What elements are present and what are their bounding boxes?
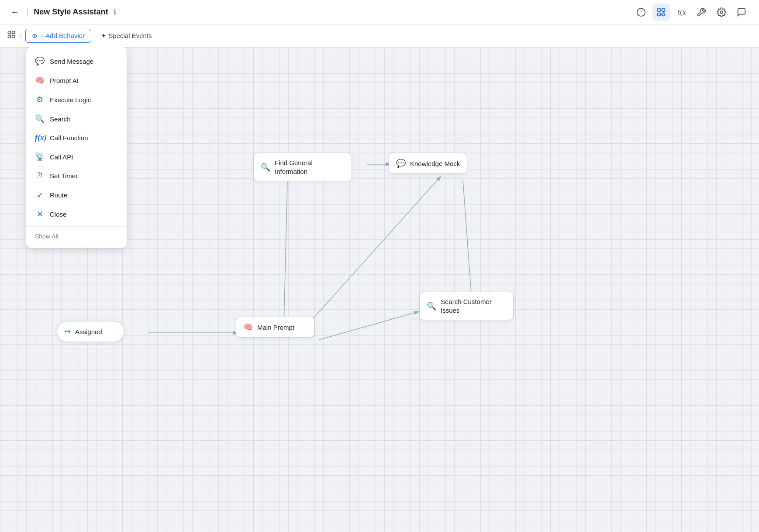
toolbar-separator: ›	[19, 31, 22, 40]
svg-rect-14	[12, 35, 15, 38]
toolbar: › ⊕ + Add Behavior ✦ Special Events	[0, 24, 759, 47]
behavior-dropdown-menu: 💬 Send Message 🧠 Prompt AI ⚙ Execute Log…	[26, 47, 127, 248]
menu-item-route[interactable]: ↙ Route	[26, 185, 127, 204]
svg-rect-4	[662, 8, 665, 11]
special-events-button[interactable]: ✦ Special Events	[95, 29, 158, 42]
main-prompt-node[interactable]: 🧠 Main Prompt	[236, 317, 314, 338]
menu-item-send-message-label: Send Message	[50, 58, 93, 65]
execute-logic-icon: ⚙	[35, 95, 45, 104]
close-menu-icon: ✕	[35, 209, 45, 219]
header-icons: f(x)	[632, 3, 750, 21]
tools-icon-button[interactable]	[693, 3, 710, 21]
show-all-button[interactable]: Show All	[26, 229, 127, 243]
menu-item-route-label: Route	[50, 191, 67, 199]
add-behavior-icon: ⊕	[32, 32, 38, 40]
call-api-icon: 📡	[35, 152, 45, 162]
menu-item-call-api-label: Call API	[50, 153, 73, 161]
function-icon-button[interactable]: f(x)	[673, 3, 690, 21]
settings-icon-button[interactable]	[713, 3, 730, 21]
search-customer-node[interactable]: 🔍 Search Customer Issues	[419, 292, 514, 320]
menu-divider	[26, 226, 127, 227]
svg-line-19	[284, 182, 287, 326]
special-events-label: ✦ Special Events	[101, 32, 152, 40]
menu-item-call-function[interactable]: f(x) Call Function	[26, 128, 127, 147]
find-general-node-icon: 🔍	[261, 162, 270, 172]
find-general-node[interactable]: 🔍 Find General Information	[253, 153, 352, 181]
main-prompt-node-icon: 🧠	[243, 322, 253, 332]
menu-item-search[interactable]: 🔍 Search	[26, 109, 127, 128]
prompt-ai-icon: 🧠	[35, 76, 45, 85]
flow-icon-button[interactable]	[652, 3, 670, 21]
info-icon[interactable]: ℹ	[114, 8, 116, 16]
menu-item-execute-logic-label: Execute Logic	[50, 96, 91, 104]
route-icon: ↙	[35, 190, 45, 200]
menu-item-call-function-label: Call Function	[50, 134, 88, 142]
svg-rect-6	[658, 13, 660, 15]
header: ← | New Style Assistant ℹ f(x)	[0, 0, 759, 24]
svg-rect-15	[8, 35, 11, 38]
assigned-node-icon: ↪	[64, 327, 71, 336]
page-title: New Style Assistant	[34, 7, 108, 17]
menu-item-execute-logic[interactable]: ⚙ Execute Logic	[26, 90, 127, 109]
assigned-node[interactable]: ↪ Assigned	[57, 321, 124, 342]
menu-item-search-label: Search	[50, 115, 71, 123]
assigned-node-label: Assigned	[75, 328, 102, 335]
call-function-icon: f(x)	[35, 133, 45, 142]
search-customer-node-icon: 🔍	[427, 301, 436, 311]
menu-item-call-api[interactable]: 📡 Call API	[26, 147, 127, 166]
chat-icon-button[interactable]	[733, 3, 750, 21]
svg-rect-12	[8, 31, 11, 34]
search-icon: 🔍	[35, 114, 45, 124]
debug-icon-button[interactable]	[632, 3, 650, 21]
main-prompt-node-label: Main Prompt	[257, 324, 294, 331]
svg-point-11	[720, 11, 723, 14]
back-button[interactable]: ←	[9, 5, 21, 19]
menu-item-set-timer-label: Set Timer	[50, 172, 78, 180]
flow-toolbar-icon	[7, 30, 16, 41]
knowledge-mock-node-icon: 💬	[396, 159, 406, 168]
add-behavior-label: + Add Behavior	[40, 32, 85, 39]
knowledge-mock-node-label: Knowledge Mock	[410, 160, 460, 167]
add-behavior-button[interactable]: ⊕ + Add Behavior	[25, 29, 91, 43]
svg-rect-13	[12, 31, 15, 34]
find-general-node-label: Find General Information	[275, 159, 345, 176]
menu-item-set-timer[interactable]: ⏱ Set Timer	[26, 166, 127, 185]
menu-item-prompt-ai[interactable]: 🧠 Prompt AI	[26, 71, 127, 90]
svg-text:f(x): f(x)	[678, 8, 686, 16]
menu-item-close[interactable]: ✕ Close	[26, 204, 127, 224]
canvas-area[interactable]: 💬 Send Message 🧠 Prompt AI ⚙ Execute Log…	[0, 47, 759, 532]
svg-line-23	[463, 180, 472, 300]
send-message-icon: 💬	[35, 56, 45, 66]
menu-item-send-message[interactable]: 💬 Send Message	[26, 52, 127, 71]
search-customer-node-label: Search Customer Issues	[441, 297, 506, 314]
menu-item-prompt-ai-label: Prompt AI	[50, 77, 79, 84]
svg-line-22	[319, 311, 419, 340]
set-timer-icon: ⏱	[35, 171, 45, 180]
header-divider: |	[26, 7, 28, 17]
knowledge-mock-node[interactable]: 💬 Knowledge Mock	[389, 153, 467, 174]
svg-rect-5	[662, 13, 665, 15]
header-left: ← | New Style Assistant ℹ	[9, 5, 116, 19]
svg-rect-3	[658, 8, 660, 11]
menu-item-close-label: Close	[50, 211, 66, 218]
